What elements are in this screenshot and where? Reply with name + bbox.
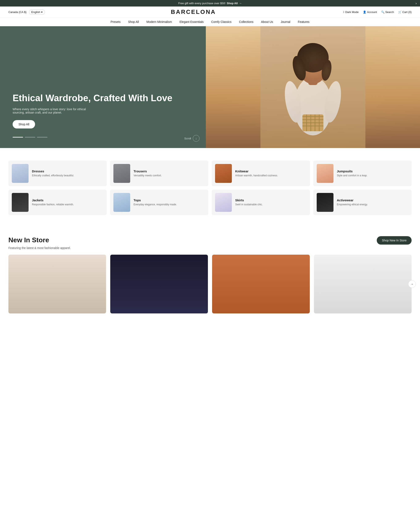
search-icon: 🔍 (381, 10, 385, 14)
nav-item-modern-minimalism[interactable]: Modern Minimalism (146, 20, 172, 24)
scroll-down-icon[interactable]: ↓ (193, 135, 200, 142)
nav-item-about-us[interactable]: About Us (261, 20, 273, 24)
hero-model-figure (206, 26, 420, 148)
categories-section: Dresses Ethically crafted, effortlessly … (0, 148, 420, 228)
product-image-1 (9, 255, 106, 314)
announcement-bar: Free gift with every purchase over $50! … (0, 0, 420, 7)
category-desc: Swirl in sustainable chic. (235, 203, 263, 206)
category-info-skirts: Skirts Swirl in sustainable chic. (235, 198, 263, 206)
header-left: Canada (CA $) English ▾ (9, 9, 45, 15)
category-name: Dresses (32, 169, 74, 173)
category-info-tops: Tops Everyday elegance, responsibly made… (134, 198, 177, 206)
new-in-title: New In Store (9, 236, 49, 244)
categories-grid: Dresses Ethically crafted, effortlessly … (9, 161, 411, 215)
category-thumb-jumpsuits (317, 164, 333, 183)
hero-cta-button[interactable]: Shop All (13, 120, 35, 129)
category-info-jackets: Jackets Responsible fashion, reliable wa… (32, 198, 74, 206)
product-card-3[interactable] (212, 255, 310, 314)
hero-title: Ethical Wardrobe, Crafted With Love (13, 93, 193, 104)
announcement-arrow: → (239, 2, 242, 5)
category-name: Knitwear (235, 169, 278, 173)
category-card-jackets[interactable]: Jackets Responsible fashion, reliable wa… (9, 190, 107, 215)
hero-dot-1[interactable] (13, 137, 23, 138)
new-in-subtitle: Featuring the latest & most fashionable … (9, 246, 411, 250)
category-desc: Style and comfort in a leap. (337, 174, 367, 177)
hero-section: Ethical Wardrobe, Crafted With Love Wher… (0, 26, 420, 148)
nav-item-presets[interactable]: Presets (110, 20, 120, 24)
shop-new-in-button[interactable]: Shop New In Store (377, 236, 411, 245)
nav-item-features[interactable]: Features (298, 20, 309, 24)
hero-dots (13, 137, 193, 138)
product-image-3 (212, 255, 310, 314)
hero-content: Ethical Wardrobe, Crafted With Love Wher… (0, 26, 206, 148)
category-name: Skirts (235, 198, 263, 202)
new-in-section: New In Store Shop New In Store Featuring… (0, 228, 420, 326)
category-desc: Ethically crafted, effortlessly beautifu… (32, 174, 74, 177)
category-thumb-dresses (12, 164, 29, 183)
language-selector[interactable]: English ▾ (29, 9, 45, 15)
category-card-knitwear[interactable]: Knitwear Artisan warmth, handcrafted coz… (212, 161, 310, 186)
nav-item-collections[interactable]: Collections (239, 20, 253, 24)
hero-overlay (206, 26, 420, 148)
chevron-down-icon: ▾ (41, 10, 43, 14)
cart-icon: 🛒 (398, 10, 402, 14)
category-thumb-skirts (215, 193, 232, 212)
category-desc: Everyday elegance, responsibly made. (134, 203, 177, 206)
category-thumb-activewear (317, 193, 333, 212)
product-image-4 (314, 255, 411, 314)
main-nav: Presets Shop All Modern Minimalism Elega… (0, 18, 420, 26)
nav-item-journal[interactable]: Journal (280, 20, 290, 24)
header-right: ☽ Dark Mode 👤 Account 🔍 Search 🛒 Cart (0… (342, 10, 411, 14)
category-name: Jumpsuits (337, 169, 367, 173)
cart-label: Cart (0) (402, 10, 411, 14)
account-link[interactable]: 👤 Account (363, 10, 377, 14)
category-card-trousers[interactable]: Trousers Versatility meets comfort. (110, 161, 208, 186)
hero-dot-3[interactable] (37, 137, 47, 138)
moon-icon: ☽ (342, 10, 344, 14)
category-info-trousers: Trousers Versatility meets comfort. (134, 169, 162, 177)
category-info-jumpsuits: Jumpsuits Style and comfort in a leap. (337, 169, 367, 177)
product-card-1[interactable] (9, 255, 106, 314)
hero-image (206, 26, 420, 148)
product-image-2 (110, 255, 208, 314)
category-name: Jackets (32, 198, 74, 202)
category-card-jumpsuits[interactable]: Jumpsuits Style and comfort in a leap. (313, 161, 411, 186)
category-card-tops[interactable]: Tops Everyday elegance, responsibly made… (110, 190, 208, 215)
announcement-link[interactable]: Shop All (227, 2, 238, 5)
category-thumb-knitwear (215, 164, 232, 183)
search-link[interactable]: 🔍 Search (381, 10, 394, 14)
category-card-dresses[interactable]: Dresses Ethically crafted, effortlessly … (9, 161, 107, 186)
cart-link[interactable]: 🛒 Cart (0) (398, 10, 411, 14)
scroll-indicator: Scroll ↓ (184, 135, 200, 142)
nav-item-shop-all[interactable]: Shop All (128, 20, 139, 24)
product-card-4[interactable] (314, 255, 411, 314)
category-thumb-tops (114, 193, 130, 212)
products-grid: → (9, 255, 411, 314)
logo[interactable]: BARCELONA (171, 9, 216, 15)
category-thumb-trousers (114, 164, 130, 183)
category-info-knitwear: Knitwear Artisan warmth, handcrafted coz… (235, 169, 278, 177)
category-info-activewear: Activewear Empowering ethical energy. (337, 198, 368, 206)
products-next-arrow[interactable]: → (408, 280, 416, 288)
category-desc: Responsible fashion, reliable warmth. (32, 203, 74, 206)
account-icon: 👤 (363, 10, 366, 14)
category-name: Activewear (337, 198, 368, 202)
nav-item-elegant-essentials[interactable]: Elegant Essentials (180, 20, 204, 24)
hero-dot-2[interactable] (25, 137, 35, 138)
category-desc: Artisan warmth, handcrafted coziness. (235, 174, 278, 177)
header: Canada (CA $) English ▾ BARCELONA ☽ Dark… (0, 7, 420, 18)
hero-subtitle: Where every stitch whispers a love story… (13, 107, 92, 114)
dark-mode-toggle[interactable]: ☽ Dark Mode (342, 10, 359, 14)
announcement-close[interactable]: › (416, 1, 417, 5)
new-in-header: New In Store Shop New In Store (9, 236, 411, 245)
announcement-text: Free gift with every purchase over $50! (178, 2, 226, 5)
country-selector[interactable]: Canada (CA $) (9, 10, 26, 14)
category-card-activewear[interactable]: Activewear Empowering ethical energy. (313, 190, 411, 215)
category-name: Trousers (134, 169, 162, 173)
category-desc: Empowering ethical energy. (337, 203, 368, 206)
category-card-skirts[interactable]: Skirts Swirl in sustainable chic. (212, 190, 310, 215)
nav-item-comfy-classics[interactable]: Comfy Classics (211, 20, 231, 24)
category-info-dresses: Dresses Ethically crafted, effortlessly … (32, 169, 74, 177)
category-thumb-jackets (12, 193, 29, 212)
product-card-2[interactable] (110, 255, 208, 314)
